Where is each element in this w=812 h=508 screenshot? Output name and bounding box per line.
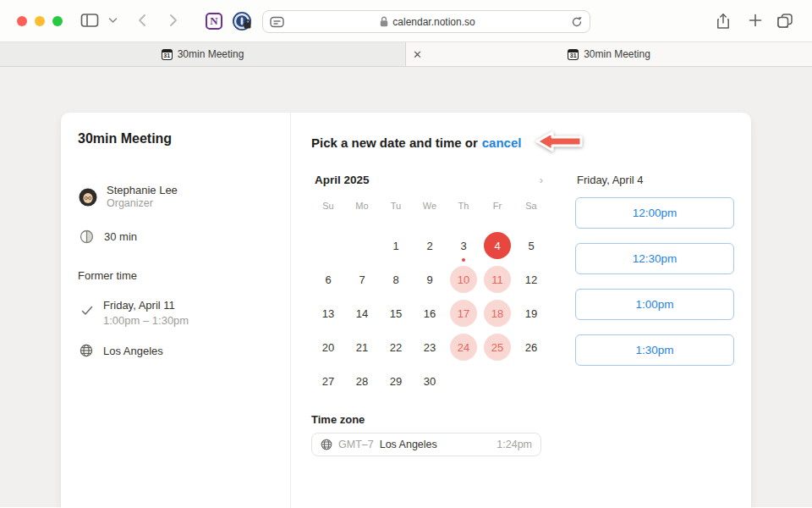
tab-30min-meeting-1[interactable]: 31 30min Meeting [0, 42, 406, 66]
calendar-day-26[interactable]: 26 [514, 330, 548, 364]
next-month-button[interactable]: › [540, 174, 543, 186]
duration-icon [80, 229, 94, 244]
timezone-label: Time zone [311, 413, 548, 426]
month-header: April 2025 › [311, 174, 548, 186]
calendar-day-30[interactable]: 30 [413, 364, 447, 398]
chevron-right-icon [169, 14, 178, 27]
calendar-day-28[interactable]: 28 [345, 364, 379, 398]
calendar-day-8[interactable]: 8 [379, 262, 413, 296]
chevron-left-icon [138, 14, 146, 27]
onepassword-extension-icon[interactable] [233, 12, 251, 30]
notion-extension-icon[interactable]: N [206, 13, 222, 30]
weekday-label: Tu [379, 195, 413, 217]
calendar-day-9[interactable]: 9 [413, 262, 447, 296]
tab-bar: 31 30min Meeting ✕ 31 30min Meeting [0, 42, 812, 67]
calendar-day-13[interactable]: 13 [311, 296, 345, 330]
sidebar-menu-button[interactable] [108, 17, 118, 24]
calendar-day-21[interactable]: 21 [345, 330, 379, 364]
location-row: Los Angeles [78, 344, 273, 357]
url-display: calendar.notion.so [284, 16, 571, 28]
browser-window: N calendar.notion.so [0, 0, 812, 508]
scheduler-panel: Pick a new date and time or cancel April… [291, 113, 751, 508]
share-icon [716, 13, 731, 30]
calendar-empty-cell [480, 364, 514, 398]
calendar-day-4[interactable]: 4 [480, 229, 514, 262]
calendar-column: April 2025 › SuMoTuWeThFrSa1234567891011… [311, 174, 548, 456]
weekday-label: Fr [480, 195, 514, 217]
calendar-empty-cell [514, 364, 548, 398]
plus-icon [749, 14, 762, 27]
check-icon [81, 306, 93, 316]
calendar-day-3[interactable]: 3 [447, 229, 480, 262]
avatar-illustration-icon [78, 186, 98, 207]
time-slot-button-1:00pm[interactable]: 1:00pm [575, 289, 734, 320]
close-tab-button[interactable]: ✕ [413, 49, 422, 60]
browser-toolbar: N calendar.notion.so [0, 0, 812, 42]
calendar-empty-cell [311, 229, 345, 262]
page-settings-icon [270, 16, 284, 28]
calendar-day-12[interactable]: 12 [514, 262, 548, 296]
calendar-day-25[interactable]: 25 [480, 330, 514, 364]
new-tab-button[interactable] [749, 14, 762, 27]
organizer-text: Stephanie Lee Organizer [107, 184, 178, 209]
calendar-day-10[interactable]: 10 [447, 262, 480, 296]
reload-icon [571, 16, 583, 28]
zoom-window-button[interactable] [52, 16, 63, 26]
calendar-day-19[interactable]: 19 [514, 296, 548, 330]
url-text: calendar.notion.so [392, 16, 475, 28]
timeslot-column: Friday, April 4 12:00pm12:30pm1:00pm1:30… [575, 174, 734, 456]
calendar-day-18[interactable]: 18 [480, 296, 514, 330]
calendar-day-24[interactable]: 24 [447, 330, 480, 364]
calendar-day-29[interactable]: 29 [379, 364, 413, 398]
timezone-city: Los Angeles [380, 439, 437, 450]
calendar-day-14[interactable]: 14 [345, 296, 379, 330]
calendar-day-11[interactable]: 11 [480, 262, 514, 296]
calendar-day-20[interactable]: 20 [311, 330, 345, 364]
calendar-day-6[interactable]: 6 [311, 262, 345, 296]
calendar-empty-cell [447, 364, 480, 398]
former-time-label: Former time [78, 269, 273, 282]
calendar-day-2[interactable]: 2 [413, 229, 447, 262]
weekday-label: Sa [514, 195, 548, 217]
time-slot-button-12:30pm[interactable]: 12:30pm [575, 243, 734, 274]
page-background: 30min Meeting [0, 67, 812, 507]
sidebar-icon [80, 13, 99, 28]
timezone-selector[interactable]: GMT–7 Los Angeles 1:24pm [311, 433, 541, 456]
sidebar-toggle-button[interactable] [80, 13, 99, 28]
tab-overview-icon [776, 13, 793, 29]
former-date: Friday, April 11 [103, 299, 189, 312]
booking-card: 30min Meeting [61, 113, 751, 508]
annotation-arrow-icon [535, 130, 584, 153]
calendar-day-5[interactable]: 5 [514, 229, 548, 262]
calendar-day-23[interactable]: 23 [413, 330, 447, 364]
reload-button[interactable] [571, 16, 583, 28]
organizer-role: Organizer [107, 197, 178, 209]
calendar-day-27[interactable]: 27 [311, 364, 345, 398]
weekday-label: We [413, 195, 447, 217]
calendar-day-22[interactable]: 22 [379, 330, 413, 364]
minimize-window-button[interactable] [35, 16, 45, 26]
tab-overview-button[interactable] [776, 13, 793, 29]
calendar-day-17[interactable]: 17 [447, 296, 480, 330]
tab-30min-meeting-2[interactable]: ✕ 31 30min Meeting [406, 42, 812, 66]
cancel-link[interactable]: cancel [482, 135, 522, 150]
organizer-avatar [78, 186, 98, 207]
share-button[interactable] [716, 13, 731, 30]
forward-button[interactable] [169, 14, 178, 27]
timezone-offset: GMT–7 [338, 439, 374, 450]
address-bar[interactable]: calendar.notion.so [262, 10, 590, 33]
weekday-label: Mo [345, 195, 379, 217]
meeting-title: 30min Meeting [78, 131, 273, 146]
calendar-day-16[interactable]: 16 [413, 296, 447, 330]
calendar-empty-cell [345, 229, 379, 262]
calendar-day-1[interactable]: 1 [379, 229, 413, 262]
tab-label: 30min Meeting [584, 48, 650, 60]
time-slot-button-12:00pm[interactable]: 12:00pm [575, 197, 734, 229]
close-window-button[interactable] [17, 16, 27, 26]
calendar-day-15[interactable]: 15 [379, 296, 413, 330]
time-slot-button-1:30pm[interactable]: 1:30pm [575, 334, 734, 366]
lock-icon [380, 16, 388, 27]
calendar-day-7[interactable]: 7 [345, 262, 379, 296]
duration-value: 30 min [104, 230, 137, 243]
back-button[interactable] [138, 14, 146, 27]
